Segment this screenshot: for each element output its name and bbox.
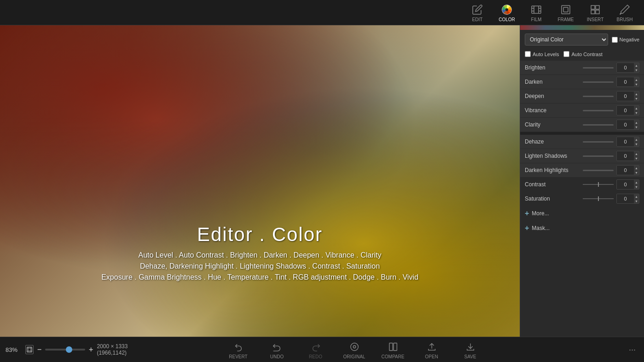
open-icon: [425, 340, 438, 353]
slider-clarity-up[interactable]: ▲: [634, 120, 639, 125]
mask-button[interactable]: + Mask...: [520, 221, 644, 236]
tab-edit[interactable]: EDIT: [463, 0, 492, 25]
bottom-left: 83% − + 2000 × 1333 (1966,1142): [0, 343, 157, 356]
slider-brighten-down[interactable]: ▼: [634, 68, 639, 72]
svg-point-14: [353, 345, 356, 348]
slider-darken-down[interactable]: ▼: [634, 82, 639, 86]
slider-vibrance-up[interactable]: ▲: [634, 106, 639, 110]
compare-icon: [387, 340, 400, 353]
slider-vibrance-value: 0: [617, 108, 634, 113]
slider-vibrance-down[interactable]: ▼: [634, 110, 639, 115]
slider-saturation-down[interactable]: ▼: [634, 199, 639, 203]
slider-dehaze-down[interactable]: ▼: [634, 142, 639, 146]
auto-levels-input[interactable]: [525, 51, 531, 57]
color-icon: [500, 3, 513, 16]
slider-brighten-spinner[interactable]: ▲ ▼: [634, 63, 639, 72]
sliders-alt: Contrast 0 ▲ ▼ Saturation 0 ▲ ▼: [520, 178, 644, 206]
negative-check-input[interactable]: [612, 37, 618, 43]
slider-brighten-up[interactable]: ▲: [634, 63, 639, 68]
mask-plus-icon: +: [525, 224, 529, 232]
zoom-value: 83%: [6, 346, 22, 353]
color-select[interactable]: Original Color Vivid Color Muted Color: [525, 34, 608, 46]
slider-deepen-down[interactable]: ▼: [634, 96, 639, 101]
negative-checkbox[interactable]: Negative: [612, 37, 639, 43]
original-button[interactable]: ORIGINAL: [341, 340, 368, 359]
tab-insert[interactable]: INSERT: [580, 0, 610, 25]
slider-contrast-down[interactable]: ▼: [634, 184, 639, 189]
slider-darken-highlights-up[interactable]: ▲: [634, 166, 639, 170]
tab-frame[interactable]: FRAME: [551, 0, 580, 25]
slider-contrast-label: Contrast: [525, 181, 580, 188]
film-icon: [530, 3, 543, 16]
canvas-sub1: Auto Level . Auto Contrast . Brighten . …: [101, 251, 418, 259]
zoom-slider[interactable]: [45, 349, 85, 351]
slider-vibrance: Vibrance 0 ▲ ▼: [520, 103, 644, 117]
slider-deepen-up[interactable]: ▲: [634, 92, 639, 96]
more-button[interactable]: + More...: [520, 206, 644, 221]
slider-darken-value-box: 0 ▲ ▼: [616, 77, 639, 87]
slider-lighten-shadows-value: 0: [617, 153, 634, 159]
slider-dehaze-value: 0: [617, 139, 634, 144]
svg-point-13: [350, 343, 358, 351]
slider-saturation-line[interactable]: [583, 198, 614, 199]
save-button[interactable]: SAVE: [457, 340, 484, 359]
slider-clarity-value: 0: [617, 122, 634, 127]
canvas-overlay: Editor . Color Auto Level . Auto Contras…: [101, 224, 418, 282]
zoom-slider-thumb[interactable]: [66, 346, 72, 353]
tab-film[interactable]: FILM: [522, 0, 551, 25]
compare-button[interactable]: COMPARE: [379, 340, 407, 359]
zoom-fit-icon[interactable]: [25, 345, 34, 354]
auto-levels-checkbox[interactable]: Auto Levels: [525, 51, 559, 57]
slider-clarity-down[interactable]: ▼: [634, 125, 639, 129]
svg-rect-9: [596, 10, 599, 14]
slider-clarity: Clarity 0 ▲ ▼: [520, 118, 644, 132]
svg-rect-3: [532, 6, 541, 13]
slider-clarity-label: Clarity: [525, 121, 580, 128]
zoom-minus-button[interactable]: −: [37, 345, 41, 354]
slider-darken-value: 0: [617, 79, 634, 85]
slider-lighten-shadows-down[interactable]: ▼: [634, 156, 639, 161]
slider-contrast: Contrast 0 ▲ ▼: [520, 178, 644, 191]
slider-contrast-value-box: 0 ▲ ▼: [616, 179, 639, 190]
undo-button[interactable]: UNDO: [263, 340, 291, 359]
slider-saturation-up[interactable]: ▲: [634, 194, 639, 199]
auto-contrast-input[interactable]: [563, 51, 569, 57]
image-canvas: Editor . Color Auto Level . Auto Contras…: [0, 25, 520, 337]
slider-lighten-shadows-up[interactable]: ▲: [634, 151, 639, 156]
canvas-sub3: Exposure . Gamma Brightness . Hue . Temp…: [101, 273, 418, 282]
auto-contrast-checkbox[interactable]: Auto Contrast: [563, 51, 602, 57]
slider-dehaze-up[interactable]: ▲: [634, 137, 639, 142]
slider-vibrance-track[interactable]: [583, 110, 614, 111]
more-options-button[interactable]: ···: [625, 345, 639, 355]
slider-brighten-track[interactable]: [583, 67, 614, 69]
slider-dehaze-track[interactable]: [583, 141, 614, 143]
slider-deepen-track[interactable]: [583, 96, 614, 97]
tab-color[interactable]: COLOR: [492, 0, 522, 25]
slider-lighten-shadows-track[interactable]: [583, 155, 614, 157]
panel-color-strip: [520, 25, 644, 30]
slider-darken-highlights-down[interactable]: ▼: [634, 170, 639, 175]
slider-darken-highlights-label: Darken Highlights: [525, 167, 580, 173]
slider-darken-highlights-value-box: 0 ▲ ▼: [616, 165, 639, 175]
slider-contrast-up[interactable]: ▲: [634, 180, 639, 184]
zoom-plus-button[interactable]: +: [89, 345, 93, 354]
slider-clarity-track[interactable]: [583, 124, 614, 126]
svg-point-2: [505, 8, 508, 11]
canvas-title: Editor . Color: [101, 224, 418, 246]
original-icon: [348, 340, 361, 353]
slider-darken-highlights-track[interactable]: [583, 170, 614, 171]
frame-icon: [559, 3, 572, 16]
open-button[interactable]: OPEN: [418, 340, 446, 359]
tab-brush[interactable]: BRUSH: [610, 0, 639, 25]
slider-deepen-label: Deepen: [525, 93, 580, 99]
undo-icon: [271, 340, 284, 353]
bottom-center: REVERT UNDO REDO: [157, 340, 552, 359]
slider-contrast-line[interactable]: [583, 184, 614, 185]
slider-deepen-value-box: 0 ▲ ▼: [616, 91, 639, 101]
slider-brighten-label: Brighten: [525, 64, 580, 71]
slider-darken-track[interactable]: [583, 81, 614, 83]
revert-button[interactable]: REVERT: [225, 340, 252, 359]
edit-icon: [471, 3, 484, 16]
slider-darken-up[interactable]: ▲: [634, 77, 639, 82]
redo-button[interactable]: REDO: [302, 340, 330, 359]
